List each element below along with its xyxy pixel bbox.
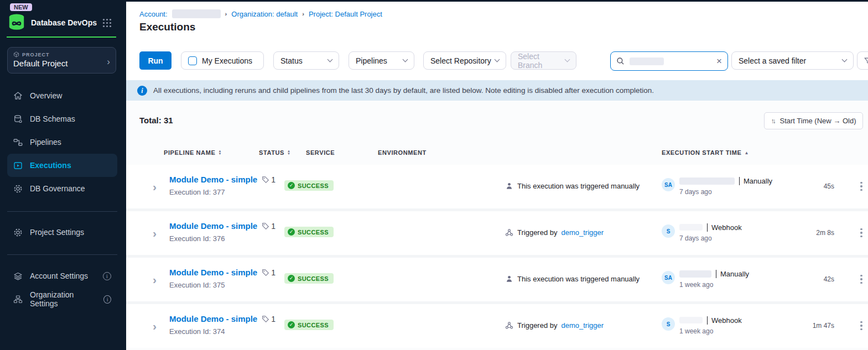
sort-order-dropdown[interactable]: ↑↓ Start Time (New → Old) bbox=[764, 112, 863, 129]
more-options-icon[interactable] bbox=[857, 225, 865, 241]
project-selector[interactable]: PROJECT Default Project › bbox=[7, 47, 116, 74]
more-options-icon[interactable] bbox=[857, 318, 865, 333]
person-icon bbox=[505, 182, 513, 190]
execution-row[interactable]: › Module Demo - simple 1 Execution Id: 3… bbox=[126, 165, 868, 208]
pipelines-icon bbox=[13, 138, 23, 147]
database-icon bbox=[13, 114, 23, 124]
sidebar-item-account-settings[interactable]: Account Settings i bbox=[7, 264, 117, 288]
expand-chevron-icon[interactable]: › bbox=[153, 180, 157, 194]
pipeline-name-link[interactable]: Module Demo - simple bbox=[169, 268, 257, 277]
pipelines-filter-dropdown[interactable]: Pipelines bbox=[349, 51, 414, 70]
sidebar-item-db-governance[interactable]: DB Governance bbox=[7, 177, 117, 200]
tag-icon bbox=[262, 315, 269, 323]
column-label: SERVICE bbox=[306, 149, 335, 156]
info-banner-text: All executions, including reruns and chi… bbox=[153, 86, 654, 95]
nine-dots-grid-icon[interactable] bbox=[102, 18, 112, 28]
status-badge: ✓ SUCCESS bbox=[284, 320, 334, 330]
org-chart-gear-icon bbox=[13, 295, 23, 304]
sidebar-item-executions[interactable]: Executions bbox=[7, 154, 117, 177]
sidebar-divider bbox=[7, 211, 117, 212]
column-header-execution-start-time[interactable]: EXECUTION START TIME ▲ bbox=[662, 149, 749, 156]
saved-filter-dropdown[interactable]: Select a saved filter bbox=[731, 51, 854, 70]
duration: 42s bbox=[796, 275, 834, 283]
project-name: Default Project bbox=[13, 59, 110, 68]
trigger-link[interactable]: demo_trigger bbox=[562, 228, 604, 237]
sidebar-item-pipelines[interactable]: Pipelines bbox=[7, 130, 117, 154]
sort-ascending-icon: ▲ bbox=[744, 150, 749, 155]
tag-count: 1 bbox=[262, 315, 276, 323]
breadcrumb-account-link[interactable]: Account: bbox=[139, 10, 168, 18]
start-time-cell: SA Manually 1 week ago bbox=[662, 269, 749, 289]
more-options-icon[interactable] bbox=[857, 179, 865, 194]
time-ago: 7 days ago bbox=[679, 234, 742, 242]
avatar: S bbox=[662, 224, 675, 238]
sidebar-item-label: Organization Settings bbox=[30, 290, 96, 308]
tag-count-value: 1 bbox=[271, 175, 276, 184]
start-time-cell: S Webhook 1 week ago bbox=[662, 315, 742, 335]
trigger-method: Webhook bbox=[707, 316, 742, 325]
filter-icon-button[interactable] bbox=[857, 51, 868, 70]
sidebar-item-overview[interactable]: Overview bbox=[7, 84, 117, 107]
sidebar-item-organization-settings[interactable]: Organization Settings i bbox=[7, 288, 117, 311]
branch-filter-label: Select Branch bbox=[518, 52, 565, 70]
governance-gear-icon bbox=[13, 184, 23, 194]
status-filter-dropdown[interactable]: Status bbox=[273, 51, 339, 70]
chevron-right-icon: › bbox=[107, 56, 110, 67]
layers-gear-icon bbox=[13, 271, 23, 281]
execution-row[interactable]: › Module Demo - simple 1 Execution Id: 3… bbox=[126, 258, 868, 301]
breadcrumb-organization-link[interactable]: Organization: default bbox=[231, 10, 298, 18]
chevron-right-icon: › bbox=[302, 11, 304, 17]
clear-search-icon[interactable]: × bbox=[716, 56, 722, 67]
avatar: S bbox=[662, 317, 675, 331]
sidebar-item-label: Pipelines bbox=[30, 138, 61, 147]
column-header-pipeline-name[interactable]: PIPELINE NAME ▲▼ bbox=[164, 149, 222, 156]
search-input[interactable]: × bbox=[610, 51, 728, 71]
column-header-service: SERVICE bbox=[306, 149, 335, 156]
pipeline-name-link[interactable]: Module Demo - simple bbox=[169, 221, 257, 231]
status-badge: ✓ SUCCESS bbox=[284, 273, 334, 284]
info-circle-icon[interactable]: i bbox=[103, 272, 111, 280]
chevron-down-icon bbox=[842, 57, 848, 62]
project-label: PROJECT bbox=[22, 52, 50, 58]
expand-chevron-icon[interactable]: › bbox=[153, 320, 157, 333]
my-executions-toggle[interactable]: My Executions bbox=[181, 51, 264, 70]
tag-count: 1 bbox=[262, 268, 276, 277]
pipeline-name-link[interactable]: Module Demo - simple bbox=[169, 175, 257, 184]
sidebar-item-project-settings[interactable]: Project Settings bbox=[7, 221, 117, 244]
column-label: PIPELINE NAME bbox=[164, 149, 215, 156]
execution-row[interactable]: › Module Demo - simple 1 Execution Id: 3… bbox=[126, 304, 868, 348]
sidebar-item-db-schemas[interactable]: DB Schemas bbox=[7, 107, 117, 130]
more-options-icon[interactable] bbox=[857, 271, 865, 287]
execution-row[interactable]: › Module Demo - simple 1 Execution Id: 3… bbox=[126, 211, 868, 255]
sidebar-item-label: Account Settings bbox=[30, 271, 88, 280]
avatar: SA bbox=[662, 271, 675, 284]
duration: 2m 8s bbox=[796, 229, 834, 237]
webhook-icon bbox=[505, 321, 513, 330]
breadcrumb-project-link[interactable]: Project: Default Project bbox=[309, 10, 382, 18]
tag-count: 1 bbox=[262, 222, 276, 231]
my-executions-checkbox[interactable] bbox=[188, 56, 197, 65]
search-icon bbox=[616, 57, 625, 65]
success-check-icon: ✓ bbox=[288, 228, 295, 236]
new-badge: NEW bbox=[10, 3, 32, 11]
repository-filter-dropdown[interactable]: Select Repository bbox=[423, 51, 506, 70]
sort-both-icon: ▲▼ bbox=[218, 150, 222, 155]
my-executions-label: My Executions bbox=[202, 56, 252, 65]
trigger-link[interactable]: demo_trigger bbox=[562, 321, 604, 330]
info-icon: i bbox=[137, 86, 147, 96]
sort-both-icon: ▲▼ bbox=[287, 150, 291, 155]
tag-icon bbox=[262, 269, 269, 276]
column-header-status[interactable]: STATUS ▲▼ bbox=[259, 149, 291, 156]
redacted-user-name bbox=[679, 177, 735, 185]
chevron-down-icon bbox=[495, 57, 500, 62]
pipelines-filter-label: Pipelines bbox=[356, 56, 387, 65]
expand-chevron-icon[interactable]: › bbox=[153, 273, 157, 286]
execution-id: Execution Id: 376 bbox=[169, 234, 225, 243]
tag-icon bbox=[262, 176, 269, 184]
run-button[interactable]: Run bbox=[139, 51, 171, 70]
pipeline-name-link[interactable]: Module Demo - simple bbox=[169, 314, 257, 323]
time-ago: 7 days ago bbox=[679, 188, 772, 196]
expand-chevron-icon[interactable]: › bbox=[153, 227, 157, 240]
sidebar-item-label: DB Governance bbox=[30, 184, 85, 193]
info-circle-icon[interactable]: i bbox=[103, 295, 111, 304]
